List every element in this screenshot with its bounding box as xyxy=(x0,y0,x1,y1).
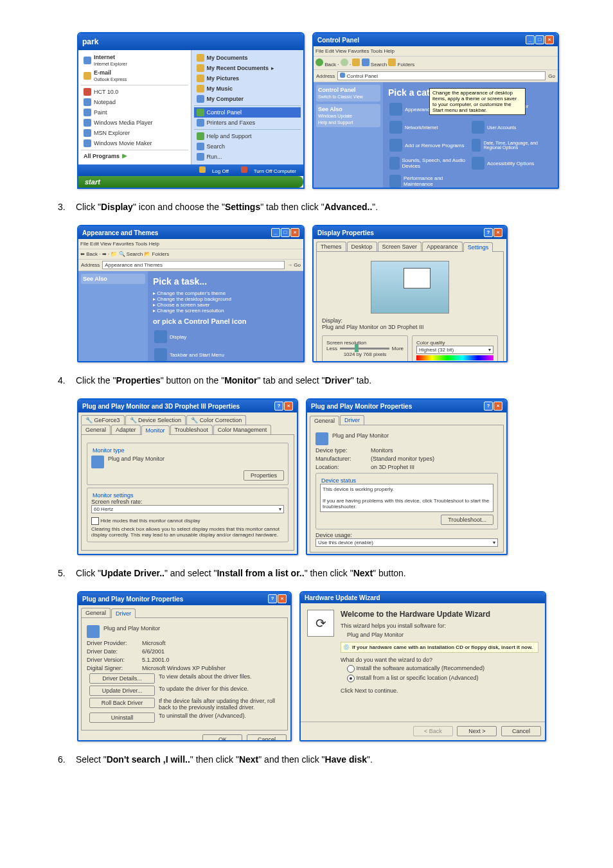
turnoff-button[interactable]: Turn Off Computer xyxy=(238,168,299,174)
resolution-slider[interactable] xyxy=(340,348,389,350)
cancel-button[interactable]: Cancel xyxy=(247,734,287,741)
driver-details-button[interactable]: Driver Details... xyxy=(89,673,155,684)
apply-button[interactable]: Apply xyxy=(253,554,293,555)
hide-modes-checkbox[interactable] xyxy=(91,517,99,525)
tab-colormgmt[interactable]: Color Management xyxy=(213,425,272,434)
folders-icon[interactable] xyxy=(388,58,396,66)
close-icon[interactable]: × xyxy=(493,228,502,237)
start-item[interactable]: Run... xyxy=(194,152,301,162)
help-icon[interactable]: ? xyxy=(268,594,277,603)
minimize-icon[interactable]: _ xyxy=(271,228,280,237)
display-icon-link[interactable]: Display xyxy=(153,329,233,344)
start-item-controlpanel[interactable]: Control Panel xyxy=(194,107,301,118)
close-icon[interactable]: × xyxy=(493,402,502,411)
task-link[interactable]: ▸ Change the computer's theme xyxy=(153,290,298,296)
install-list-radio[interactable] xyxy=(347,675,355,682)
tab-general[interactable]: General xyxy=(81,425,111,434)
close-icon[interactable]: × xyxy=(278,594,287,603)
close-icon[interactable]: × xyxy=(284,402,293,411)
minimize-icon[interactable]: _ xyxy=(526,35,535,44)
start-item[interactable]: Paint xyxy=(81,107,188,118)
update-driver-button[interactable]: Update Driver... xyxy=(89,686,155,696)
back-button[interactable]: < Back xyxy=(413,726,453,736)
address-input[interactable]: Control Panel xyxy=(337,71,546,80)
category-link[interactable]: Performance and Maintenance xyxy=(388,173,468,189)
close-icon[interactable]: × xyxy=(290,228,299,237)
maximize-icon[interactable]: □ xyxy=(281,228,290,237)
task-link[interactable]: ▸ Choose a screen saver xyxy=(153,302,298,308)
start-item[interactable]: My Pictures xyxy=(194,73,301,84)
tab-appearance[interactable]: Appearance xyxy=(422,242,463,251)
start-item[interactable]: Windows Media Player xyxy=(81,118,188,128)
monitor-icon xyxy=(91,456,104,468)
uninstall-button[interactable]: Uninstall xyxy=(89,713,155,723)
start-item[interactable]: Search xyxy=(194,141,301,152)
category-link[interactable]: Network/Internet xyxy=(388,120,468,135)
color-quality-select[interactable]: Highest (32 bit)▾ xyxy=(416,346,493,354)
tab-screensaver[interactable]: Screen Saver xyxy=(378,242,422,251)
ok-button[interactable]: OK xyxy=(202,734,242,741)
start-item[interactable]: Printers and Faxes xyxy=(194,118,301,128)
start-item[interactable]: Help and Support xyxy=(194,131,301,141)
category-link[interactable]: Accessibility Options xyxy=(470,155,550,171)
task-link[interactable]: ▸ Change the desktop background xyxy=(153,296,298,302)
category-link[interactable]: Sounds, Speech, and Audio Devices xyxy=(388,155,468,171)
tab-desktop[interactable]: Desktop xyxy=(347,242,377,251)
tab-troubleshoot[interactable]: Troubleshoot xyxy=(170,425,213,434)
start-item[interactable]: HCT 10.0 xyxy=(81,87,188,97)
logoff-button[interactable]: Log Off xyxy=(197,168,231,174)
taskbar-icon-link[interactable]: Taskbar and Start Menu xyxy=(153,347,233,362)
category-link[interactable]: Add or Remove Programs xyxy=(388,137,468,153)
tab-driver[interactable]: Driver xyxy=(111,608,136,618)
cancel-button[interactable]: Cancel xyxy=(209,554,249,555)
go-button[interactable]: Go xyxy=(548,73,555,79)
fwd-icon[interactable] xyxy=(341,58,348,66)
start-item[interactable]: My Music xyxy=(194,84,301,94)
start-item[interactable]: E-mailOutlook Express xyxy=(81,68,188,84)
help-icon[interactable]: ? xyxy=(274,402,283,411)
tab[interactable]: 🔧 Color Correction xyxy=(186,415,246,425)
troubleshoot-button[interactable]: Troubleshoot... xyxy=(441,515,493,525)
install-auto-radio[interactable] xyxy=(347,665,355,673)
start-item[interactable]: My Computer xyxy=(194,94,301,104)
back-icon[interactable] xyxy=(315,58,323,66)
up-icon[interactable] xyxy=(352,58,360,66)
menubar[interactable]: File Edit View Favorites Tools Help xyxy=(314,46,558,57)
search-icon[interactable] xyxy=(362,58,369,66)
refresh-rate-select[interactable]: 60 Hertz▾ xyxy=(91,505,284,513)
help-icon[interactable]: ? xyxy=(484,402,493,411)
tab-driver[interactable]: Driver xyxy=(340,415,364,425)
next-button[interactable]: Next > xyxy=(457,726,497,736)
category-link[interactable]: Date, Time, Language, and Regional Optio… xyxy=(470,137,550,153)
start-item[interactable]: Windows Movie Maker xyxy=(81,138,188,148)
category-link[interactable]: User Accounts xyxy=(470,120,550,135)
start-item[interactable]: My Documents xyxy=(194,53,301,63)
start-item[interactable]: My Recent Documents ▸ xyxy=(194,63,301,73)
address-input[interactable]: Appearance and Themes xyxy=(102,261,285,269)
close-icon[interactable]: × xyxy=(545,35,554,44)
tab-themes[interactable]: Themes xyxy=(316,242,346,251)
device-usage-select[interactable]: Use this device (enable)▾ xyxy=(315,538,498,547)
tab-general[interactable]: General xyxy=(310,416,339,425)
all-programs[interactable]: All Programs xyxy=(81,152,188,161)
properties-button[interactable]: Properties xyxy=(244,470,284,481)
ok-button[interactable]: OK xyxy=(165,554,205,555)
cancel-button[interactable]: Cancel xyxy=(501,726,541,736)
tab[interactable]: 🔧 GeForce3 xyxy=(81,415,125,425)
tab[interactable]: 🔧 Device Selection xyxy=(125,415,186,425)
task-link[interactable]: ▸ Change the screen resolution xyxy=(153,308,298,314)
start-item[interactable]: MSN Explorer xyxy=(81,128,188,138)
menubar[interactable]: File Edit View Favorites Tools Help xyxy=(78,239,303,249)
rollback-driver-button[interactable]: Roll Back Driver xyxy=(89,698,155,708)
switch-view-link[interactable]: Switch to Classic View xyxy=(318,94,363,99)
tab-adapter[interactable]: Adapter xyxy=(111,425,141,434)
help-icon[interactable]: ? xyxy=(484,228,493,237)
tab-settings[interactable]: Settings xyxy=(463,242,493,252)
window-title: Appearance and Themes xyxy=(82,229,158,236)
maximize-icon[interactable]: □ xyxy=(535,35,544,44)
start-button[interactable]: start xyxy=(78,176,303,188)
tab-monitor[interactable]: Monitor xyxy=(141,425,170,435)
start-item[interactable]: InternetInternet Explorer xyxy=(81,53,188,68)
tab-general[interactable]: General xyxy=(81,608,111,617)
start-item[interactable]: Notepad xyxy=(81,97,188,107)
